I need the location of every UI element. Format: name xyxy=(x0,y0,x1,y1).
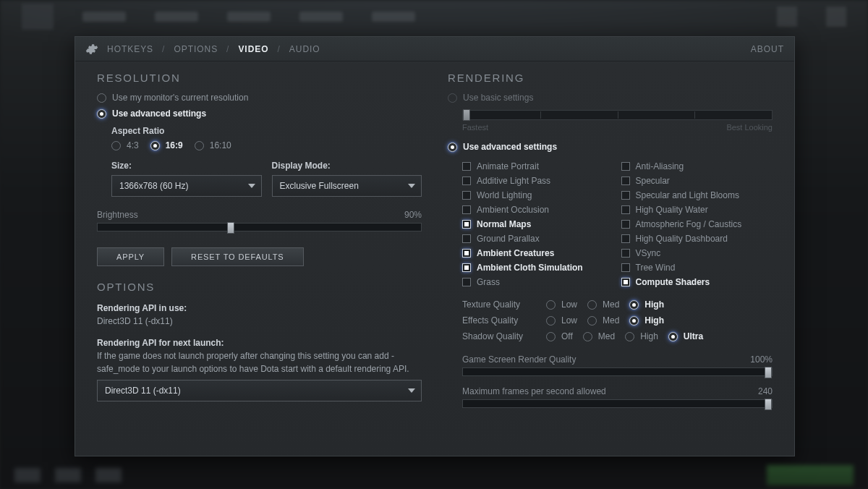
check-ground_parallax[interactable]: Ground Parallax xyxy=(462,231,614,246)
left-column: RESOLUTION Use my monitor's current reso… xyxy=(97,72,422,444)
checkbox-icon xyxy=(462,205,471,214)
quality-texture-low[interactable]: Low xyxy=(546,299,577,310)
chevron-down-icon xyxy=(408,184,415,188)
checkbox-icon xyxy=(462,278,471,286)
checkbox-icon xyxy=(621,162,630,171)
api-in-use: Rendering API in use: Direct3D 11 (-dx11… xyxy=(97,302,422,328)
tab-about[interactable]: ABOUT xyxy=(751,44,784,54)
quality-effects: Effects QualityLowMedHigh xyxy=(462,312,773,328)
checkbox-icon xyxy=(462,249,471,258)
display-mode-label: Display Mode: xyxy=(272,161,422,171)
rendering-checks: Animate PortraitAnti-AliasingAdditive Li… xyxy=(462,159,773,289)
footer-blurred xyxy=(0,464,868,486)
quality-shadow: Shadow QualityOffMedHighUltra xyxy=(462,328,773,344)
use-basic-rendering-radio[interactable]: Use basic settings xyxy=(448,93,773,103)
checkbox-icon xyxy=(621,234,630,243)
check-ambient_occlusion[interactable]: Ambient Occlusion xyxy=(462,203,614,217)
check-fog_caustics[interactable]: Atmospheric Fog / Caustics xyxy=(621,217,773,231)
checkbox-icon xyxy=(462,220,471,229)
size-label: Size: xyxy=(111,161,262,171)
apply-button[interactable]: APPLY xyxy=(97,247,164,266)
brightness-slider[interactable]: Brightness 90% xyxy=(97,210,422,231)
tab-hotkeys[interactable]: HOTKEYS xyxy=(107,44,153,54)
aspect-ratio-label: Aspect Ratio xyxy=(111,126,422,136)
radio-icon xyxy=(97,93,106,103)
gear-icon[interactable] xyxy=(85,43,98,56)
rendering-title: RENDERING xyxy=(448,72,773,84)
use-advanced-resolution-radio[interactable]: Use advanced settings xyxy=(97,109,422,119)
check-specular_blooms[interactable]: Specular and Light Blooms xyxy=(621,188,773,203)
resolution-advanced-block: Aspect Ratio 4:3 16:9 16:10 Size: 1366x7… xyxy=(111,126,422,197)
basic-quality-slider xyxy=(462,110,773,120)
max-fps-slider[interactable]: Maximum frames per second allowed 240 xyxy=(462,386,773,408)
checkbox-icon xyxy=(621,249,630,258)
slider-track[interactable] xyxy=(97,223,422,231)
quality-texture-med[interactable]: Med xyxy=(587,299,619,310)
aspect-16-9[interactable]: 16:9 xyxy=(150,140,183,150)
checkbox-icon xyxy=(462,191,471,200)
checkbox-icon xyxy=(621,177,630,185)
tab-video[interactable]: VIDEO xyxy=(238,44,268,54)
tab-audio[interactable]: AUDIO xyxy=(289,44,320,54)
check-additive_light_pass[interactable]: Additive Light Pass xyxy=(462,174,614,188)
check-specular[interactable]: Specular xyxy=(621,174,773,188)
checkbox-icon xyxy=(462,162,471,171)
brightness-label: Brightness xyxy=(97,210,138,220)
radio-icon xyxy=(97,109,106,119)
aspect-16-10[interactable]: 16:10 xyxy=(195,140,231,150)
topbar-blurred xyxy=(0,6,868,27)
brightness-value: 90% xyxy=(404,210,422,220)
quality-shadow-high[interactable]: High xyxy=(625,331,658,341)
quality-settings: Texture QualityLowMedHighEffects Quality… xyxy=(462,297,773,344)
reset-defaults-button[interactable]: RESET TO DEFAULTS xyxy=(171,247,303,266)
check-normal_maps[interactable]: Normal Maps xyxy=(462,217,614,231)
quality-shadow-off[interactable]: Off xyxy=(546,331,573,341)
render-quality-slider[interactable]: Game Screen Render Quality 100% xyxy=(462,354,773,376)
quality-effects-low[interactable]: Low xyxy=(546,315,577,326)
quality-effects-med[interactable]: Med xyxy=(587,315,619,326)
chevron-down-icon xyxy=(248,184,255,188)
resolution-title: RESOLUTION xyxy=(97,72,422,84)
use-monitor-resolution-radio[interactable]: Use my monitor's current resolution xyxy=(97,93,422,103)
tab-options[interactable]: OPTIONS xyxy=(174,44,218,54)
options-title: OPTIONS xyxy=(97,281,422,293)
quality-effects-high[interactable]: High xyxy=(629,315,664,326)
checkbox-icon xyxy=(462,263,471,272)
aspect-4-3[interactable]: 4:3 xyxy=(111,140,139,150)
checkbox-icon xyxy=(462,234,471,243)
right-column: RENDERING Use basic settings Fastest Bes… xyxy=(448,72,773,444)
check-hq_water[interactable]: High Quality Water xyxy=(621,203,773,217)
settings-tabs: HOTKEYS / OPTIONS / VIDEO / AUDIO ABOUT xyxy=(75,37,794,61)
check-vsync[interactable]: VSync xyxy=(621,246,773,260)
check-anti_aliasing[interactable]: Anti-Aliasing xyxy=(621,159,773,174)
settings-panel: HOTKEYS / OPTIONS / VIDEO / AUDIO ABOUT … xyxy=(75,36,795,456)
check-animate_portrait[interactable]: Animate Portrait xyxy=(462,159,614,174)
checkbox-icon xyxy=(621,191,630,200)
use-advanced-rendering-radio[interactable]: Use advanced settings xyxy=(448,142,773,152)
quality-shadow-ultra[interactable]: Ultra xyxy=(668,331,703,341)
api-next-launch-dropdown[interactable]: Direct3D 11 (-dx11) xyxy=(97,380,422,401)
check-world_lighting[interactable]: World Lighting xyxy=(462,188,614,203)
check-compute_shaders[interactable]: Compute Shaders xyxy=(621,275,773,289)
chevron-down-icon xyxy=(408,388,415,393)
api-next-launch-help: Rendering API for next launch: If the ga… xyxy=(97,336,422,375)
display-mode-dropdown[interactable]: Exclusive Fullscreen xyxy=(272,175,422,197)
check-grass[interactable]: Grass xyxy=(462,275,614,289)
quality-texture: Texture QualityLowMedHigh xyxy=(462,297,773,312)
check-tree_wind[interactable]: Tree Wind xyxy=(621,260,773,275)
quality-texture-high[interactable]: High xyxy=(629,299,664,310)
checkbox-icon xyxy=(462,177,471,185)
checkbox-icon xyxy=(621,278,630,286)
check-ambient_cloth[interactable]: Ambient Cloth Simulation xyxy=(462,260,614,275)
check-ambient_creatures[interactable]: Ambient Creatures xyxy=(462,246,614,260)
checkbox-icon xyxy=(621,263,630,272)
check-hq_dashboard[interactable]: High Quality Dashboard xyxy=(621,231,773,246)
checkbox-icon xyxy=(621,205,630,214)
checkbox-icon xyxy=(621,220,630,229)
size-dropdown[interactable]: 1366x768 (60 Hz) xyxy=(111,175,262,197)
quality-shadow-med[interactable]: Med xyxy=(583,331,615,341)
